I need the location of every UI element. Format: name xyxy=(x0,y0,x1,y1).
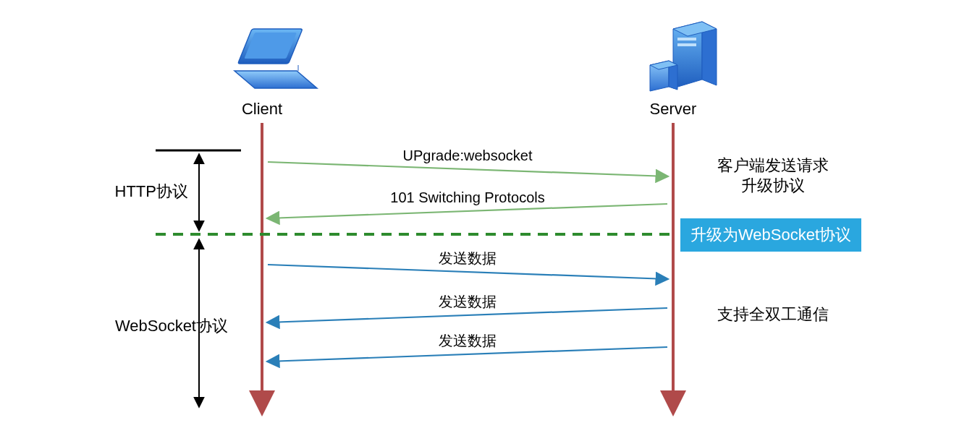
server-icon xyxy=(650,22,717,91)
server-label: Server xyxy=(650,100,697,118)
msg-send-3 xyxy=(268,347,667,362)
msg-send-1 xyxy=(268,265,667,279)
msg-switching xyxy=(268,204,667,218)
svg-rect-3 xyxy=(677,43,696,46)
msg-send-1-label: 发送数据 xyxy=(439,250,497,266)
upgrade-badge: 升级为WebSocket协议 xyxy=(680,218,861,252)
svg-rect-2 xyxy=(677,38,696,40)
ws-phase-label: WebSocket协议 xyxy=(115,317,228,335)
msg-upgrade xyxy=(268,162,667,176)
msg-send-2-label: 发送数据 xyxy=(439,294,497,309)
note-full-duplex: 支持全双工通信 xyxy=(717,305,829,323)
client-label: Client xyxy=(242,100,282,118)
note-client-request-2: 升级协议 xyxy=(741,176,805,195)
msg-upgrade-label: UPgrade:websocket xyxy=(403,148,533,163)
client-icon xyxy=(235,29,317,88)
note-client-request-1: 客户端发送请求 xyxy=(717,156,829,174)
msg-send-3-label: 发送数据 xyxy=(439,333,497,349)
http-phase-label: HTTP协议 xyxy=(115,182,188,200)
msg-switching-label: 101 Switching Protocols xyxy=(390,189,544,205)
msg-send-2 xyxy=(268,308,667,322)
